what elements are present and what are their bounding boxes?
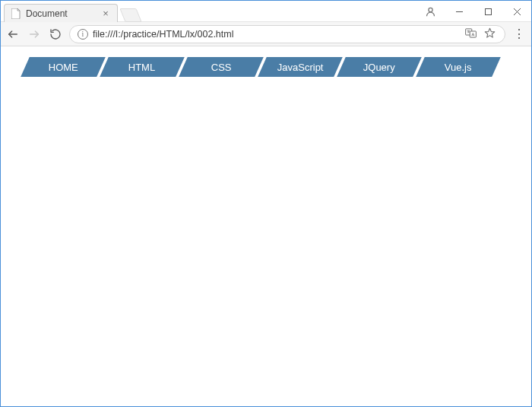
nav-link-label: HOME — [49, 62, 78, 73]
browser-tab[interactable]: Document × — [4, 4, 118, 22]
window-titlebar: Document × — [1, 1, 531, 22]
svg-rect-2 — [485, 8, 491, 14]
maximize-button[interactable] — [473, 1, 502, 22]
page-viewport: HOME HTML CSS JavaScript JQuery Vue.js — [1, 46, 531, 87]
translate-icon[interactable] — [465, 28, 477, 40]
nav-link-jquery[interactable]: JQuery — [337, 57, 422, 77]
nav-link-label: JavaScript — [277, 62, 324, 73]
back-button[interactable] — [5, 27, 21, 42]
address-bar[interactable]: i file:///I:/practice/HTML/lx/002.html — [69, 25, 505, 43]
browser-toolbar: i file:///I:/practice/HTML/lx/002.html ⋮ — [1, 22, 531, 46]
browser-menu-button[interactable]: ⋮ — [511, 27, 527, 42]
minimize-button[interactable] — [445, 1, 473, 22]
bookmark-icon[interactable] — [484, 27, 496, 41]
window-controls — [416, 1, 531, 22]
nav-link-label: CSS — [211, 62, 232, 73]
nav-link-javascript[interactable]: JavaScript — [258, 57, 343, 77]
nav-link-label: Vue.js — [445, 62, 472, 73]
nav-link-css[interactable]: CSS — [179, 57, 264, 77]
address-bar-actions — [465, 27, 497, 41]
nav-link-home[interactable]: HOME — [21, 57, 106, 77]
new-tab-button[interactable] — [119, 8, 141, 22]
nav-menu: HOME HTML CSS JavaScript JQuery Vue.js — [17, 57, 515, 77]
svg-point-0 — [428, 8, 432, 11]
svg-rect-8 — [470, 31, 476, 37]
forward-button[interactable] — [27, 27, 42, 42]
close-button[interactable] — [502, 1, 531, 22]
nav-link-label: JQuery — [363, 62, 395, 73]
nav-link-label: HTML — [128, 62, 155, 73]
reload-button[interactable] — [48, 27, 63, 42]
url-text: file:///I:/practice/HTML/lx/002.html — [93, 29, 461, 40]
svg-marker-9 — [485, 28, 495, 37]
profile-icon[interactable] — [416, 1, 445, 22]
tab-strip: Document × — [4, 4, 139, 22]
nav-link-vuejs[interactable]: Vue.js — [416, 57, 501, 77]
tab-title: Document — [26, 8, 100, 19]
site-info-icon[interactable]: i — [78, 29, 88, 40]
nav-link-html[interactable]: HTML — [100, 57, 185, 77]
page-icon — [11, 8, 21, 19]
tab-close-button[interactable]: × — [100, 8, 111, 19]
